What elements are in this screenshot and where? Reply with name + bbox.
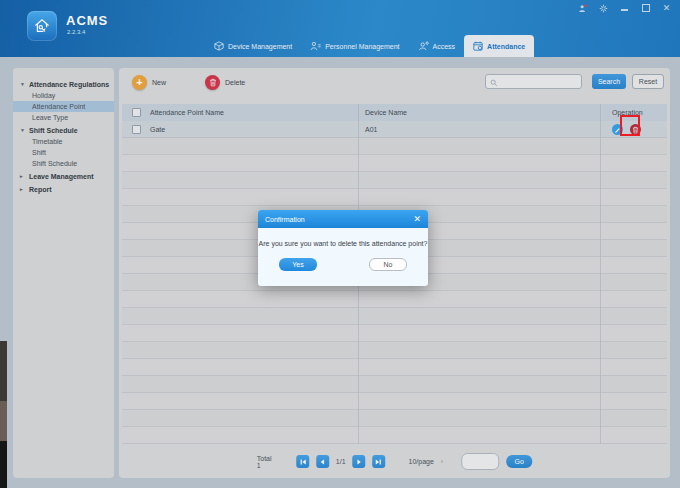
- dialog-close-icon[interactable]: ✕: [413, 214, 421, 224]
- confirmation-dialog: Confirmation ✕ Are you sure you want to …: [258, 210, 428, 286]
- dialog-no-button[interactable]: No: [369, 258, 407, 271]
- dialog-title: Confirmation: [265, 216, 305, 223]
- dialog-title-bar: Confirmation ✕: [258, 210, 428, 228]
- annotation-highlight-box: [620, 115, 640, 136]
- dialog-yes-button[interactable]: Yes: [279, 258, 317, 271]
- dialog-message: Are you sure you want to delete this att…: [258, 240, 428, 247]
- acms-window: ACMS 2.2.3.4 ✕: [0, 0, 680, 488]
